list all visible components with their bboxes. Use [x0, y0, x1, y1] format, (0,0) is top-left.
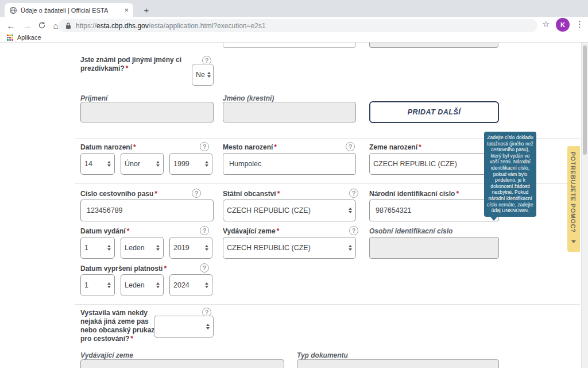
document-type-input	[297, 359, 499, 368]
other-names-select[interactable]: Ne	[192, 64, 214, 86]
apps-grid-icon[interactable]	[7, 34, 13, 41]
stepper-icon	[206, 324, 210, 329]
issuing-country-select[interactable]: CZECH REPUBLIC (CZE)	[223, 237, 356, 259]
stepper-icon	[156, 161, 160, 167]
first-name-label: Jméno (krestni)	[223, 94, 274, 102]
other-issuing-country-input	[80, 359, 284, 368]
birth-country-select[interactable]: CZECH REPUBLIC (CZE)	[369, 153, 499, 175]
need-help-label: POTREBUJETE POMOC?	[570, 152, 577, 233]
stepper-icon	[107, 245, 111, 251]
expiry-date-label: Datum vypršení platnosti*	[80, 264, 167, 273]
tab-title: Údaje o žadateli | Official ESTA	[21, 7, 121, 14]
url-text: https://esta.cbp.dhs.gov/esta/applicatio…	[76, 22, 266, 30]
other-names-question-label: Jste známi pod jinými jmény ci prezdívka…	[80, 56, 201, 73]
help-icon[interactable]: ?	[349, 189, 358, 198]
section-divider	[75, 304, 580, 305]
bookmark-item-aplikace[interactable]: Aplikace	[17, 34, 41, 41]
issuing-country-label: Vydávající zeme*	[223, 227, 279, 236]
new-tab-button[interactable]: +	[140, 3, 153, 16]
dob-month-select[interactable]: Únor	[121, 153, 164, 175]
issue-month-select[interactable]: Leden	[121, 237, 164, 259]
scrollbar-thumb[interactable]	[583, 45, 587, 155]
lock-icon	[65, 22, 71, 29]
dob-label: Datum narození*	[80, 143, 136, 152]
expiry-year-select[interactable]: 2024	[169, 274, 212, 296]
forward-icon[interactable]: →	[21, 19, 33, 32]
back-icon[interactable]: ←	[5, 19, 17, 32]
passport-number-input[interactable]	[80, 200, 214, 221]
birth-city-label: Mesto narození*	[223, 143, 277, 152]
help-icon[interactable]: ?	[192, 189, 201, 198]
chevron-down-icon	[571, 240, 576, 243]
bookmarks-bar	[0, 33, 588, 43]
need-help-tab[interactable]: POTREBUJETE POMOC?	[567, 146, 580, 252]
stepper-icon	[107, 161, 111, 167]
national-id-tooltip: Zadejte císlo dokladu totožnosti (jiného…	[484, 132, 536, 217]
tab-close-icon[interactable]: ×	[124, 6, 129, 14]
menu-icon[interactable]: ⋮	[575, 19, 584, 29]
stepper-icon	[107, 282, 111, 288]
help-icon[interactable]: ?	[200, 263, 209, 273]
reload-icon[interactable]	[36, 19, 48, 32]
expiry-day-select[interactable]: 1	[80, 274, 115, 296]
partial-field	[223, 43, 356, 48]
browser-window: Údaje o žadateli | Official ESTA × + ← →…	[0, 0, 588, 368]
add-another-button[interactable]: PRIDAT DALŠÍ	[369, 101, 499, 123]
surname-input	[80, 102, 214, 122]
stepper-icon	[156, 245, 160, 251]
birth-city-input[interactable]	[223, 153, 356, 175]
profile-avatar[interactable]: K	[556, 18, 570, 32]
bookmark-star-icon[interactable]: ☆	[542, 19, 550, 29]
stepper-icon	[205, 161, 208, 167]
dob-day-select[interactable]: 14	[80, 153, 115, 175]
national-id-input[interactable]	[369, 200, 499, 221]
birth-country-label: Zeme narození*	[369, 143, 421, 152]
expiry-month-select[interactable]: Leden	[121, 274, 164, 296]
issue-year-select[interactable]: 2019	[169, 237, 212, 259]
issue-day-select[interactable]: 1	[80, 237, 115, 259]
globe-icon	[9, 6, 17, 14]
stepper-icon	[349, 208, 352, 213]
issue-date-label: Datum vydání*	[80, 227, 129, 236]
help-icon[interactable]: ?	[349, 226, 358, 235]
other-docs-question-label: Vystavila vám nekdy nejaká jiná zeme pas…	[80, 309, 156, 343]
help-icon[interactable]: ?	[200, 226, 209, 235]
citizenship-label: Státní obcanství*	[223, 190, 280, 198]
stepper-icon	[205, 282, 208, 288]
national-id-label: Národní identifikacní císlo*	[369, 190, 459, 198]
stepper-icon	[205, 245, 208, 251]
personal-id-label: Osobní identifikacní císlo	[369, 227, 452, 235]
passport-number-label: Císlo cestovního pasu*	[80, 190, 157, 198]
stepper-icon	[349, 245, 352, 251]
document-type-label: Typ dokumentu	[297, 351, 348, 359]
help-icon[interactable]: ?	[346, 142, 355, 151]
dob-year-select[interactable]: 1999	[169, 153, 212, 175]
citizenship-select[interactable]: CZECH REPUBLIC (CZE)	[223, 200, 356, 221]
partial-disabled-field	[369, 43, 498, 48]
first-name-input	[223, 102, 356, 122]
browser-tab[interactable]: Údaje o žadateli | Official ESTA ×	[5, 3, 133, 17]
other-docs-select[interactable]	[154, 316, 214, 338]
address-bar[interactable]: https://esta.cbp.dhs.gov/esta/applicatio…	[59, 19, 537, 32]
tab-strip: Údaje o žadateli | Official ESTA × +	[0, 0, 588, 17]
surname-label: Príjmení	[80, 94, 107, 102]
personal-id-input	[369, 237, 499, 259]
stepper-icon	[156, 282, 160, 288]
stepper-icon	[207, 72, 211, 78]
help-icon[interactable]: ?	[200, 142, 209, 151]
other-issuing-country-label: Vydávající zeme	[80, 351, 133, 359]
